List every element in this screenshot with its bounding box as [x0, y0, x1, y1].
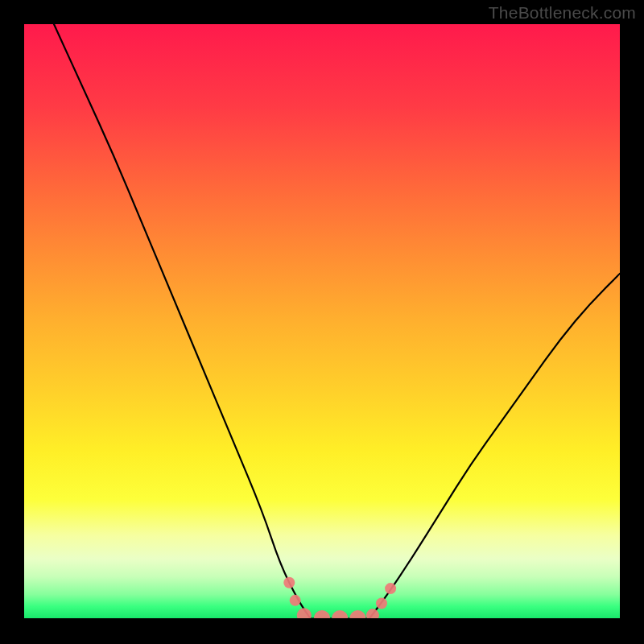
- outer-frame: TheBottleneck.com: [0, 0, 644, 644]
- marker-dot: [290, 595, 301, 606]
- marker-dot: [297, 608, 312, 618]
- marker-dot: [332, 610, 348, 618]
- chart-svg: [24, 24, 620, 618]
- marker-dot: [349, 610, 365, 618]
- marker-dot: [283, 577, 295, 588]
- marker-dot: [385, 583, 396, 594]
- plot-area: [24, 24, 620, 618]
- curve-layer: [54, 24, 620, 618]
- watermark-text: TheBottleneck.com: [489, 3, 636, 23]
- marker-dot: [314, 610, 330, 618]
- marker-dot: [366, 609, 379, 618]
- series-right-curve: [369, 274, 620, 618]
- series-left-curve: [54, 24, 310, 618]
- marker-layer: [283, 577, 396, 618]
- marker-dot: [376, 598, 387, 609]
